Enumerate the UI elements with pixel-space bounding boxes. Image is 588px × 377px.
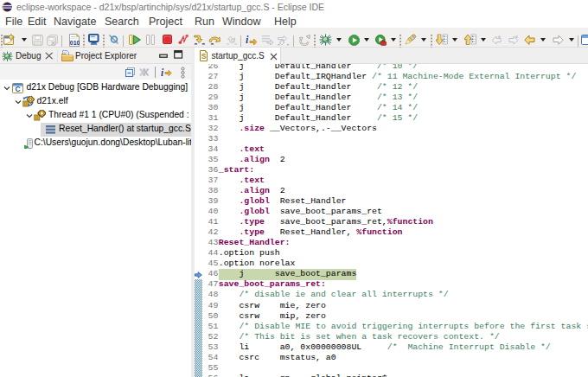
svg-text:C: C <box>16 85 21 93</box>
svg-text:S: S <box>201 52 206 61</box>
svg-text:010: 010 <box>70 40 80 46</box>
svg-text:i: i <box>246 34 249 46</box>
svg-text:i: i <box>161 67 164 78</box>
